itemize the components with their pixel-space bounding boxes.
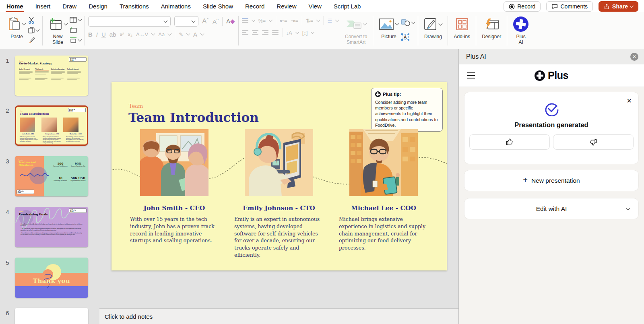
numbering-chevron-icon [269, 18, 273, 22]
john-photo-illustration[interactable] [140, 129, 208, 196]
shapes-button[interactable] [401, 18, 415, 27]
michael-photo-illustration[interactable] [349, 129, 418, 196]
tab-draw[interactable]: Draw [62, 3, 76, 10]
slide-2-thumbnail-selected[interactable]: Team Team Introduction John Smith - CEO … [15, 105, 88, 146]
comments-button[interactable]: Comments [546, 1, 593, 12]
reset-slide-button[interactable] [70, 25, 81, 35]
record-icon [509, 4, 515, 10]
plus-ai-button[interactable]: Plus AI [510, 14, 531, 46]
section-button[interactable] [70, 35, 81, 45]
slide-layout-button[interactable] [70, 15, 81, 25]
emily-photo-illustration[interactable] [245, 129, 313, 196]
copy-button[interactable] [28, 25, 39, 35]
generation-status-card: ✕ Presentation generated [464, 92, 638, 164]
slide-canvas: Team Team Introduction Plus tip: Conside… [99, 49, 458, 308]
increase-font-size-icon[interactable]: Aˆ [202, 17, 209, 25]
slide-4-thumbnail[interactable]: Funding Fundraising Goals ● FoodDrive is… [15, 207, 88, 247]
tab-record[interactable]: Record [245, 3, 264, 10]
member-3-name[interactable]: Michael Lee - COO [337, 204, 430, 212]
columns-button[interactable]: ☰ [327, 18, 332, 24]
designer-button[interactable]: Designer [479, 14, 504, 41]
decrease-indent-icon[interactable]: ⇤≡ [280, 18, 287, 24]
cut-button[interactable] [28, 15, 39, 25]
align-left-button[interactable] [242, 30, 248, 35]
paste-button[interactable]: Paste [6, 14, 28, 41]
addins-button[interactable]: Add-ins [451, 14, 473, 41]
slide-title[interactable]: Team Introduction [128, 110, 259, 125]
slide-1-thumbnail[interactable]: Strategy Go-to-Market Strategy Market Re… [15, 56, 88, 96]
font-color-button[interactable]: A [193, 31, 197, 38]
slide-4-number: 4 [0, 207, 15, 247]
underline-button[interactable]: U [101, 31, 106, 38]
slide-3-thumbnail[interactable]: Traction Traction and Milestones 500 Suc… [15, 156, 88, 196]
comments-button-label: Comments [560, 3, 588, 10]
highlight-color-button[interactable]: ✎ [179, 31, 183, 37]
tab-home[interactable]: Home [6, 3, 23, 10]
text-box-button[interactable]: A [401, 32, 415, 42]
picture-button[interactable]: Picture [376, 14, 401, 41]
dismiss-status-close-icon[interactable]: ✕ [627, 97, 632, 105]
decrease-font-size-icon[interactable]: Aˇ [213, 18, 219, 25]
share-button-label: Share [612, 3, 628, 10]
member-1-name[interactable]: John Smith - CEO [128, 204, 221, 212]
tab-script-lab[interactable]: Script Lab [334, 3, 361, 10]
align-center-button[interactable] [252, 30, 258, 35]
line-spacing-button[interactable]: ⇅≡ [306, 18, 313, 24]
slide-6-thumbnail[interactable] [15, 308, 88, 324]
edit-with-ai-chevron-down-icon [626, 206, 630, 210]
edit-with-ai-button[interactable]: Edit with AI [464, 198, 638, 219]
clear-formatting-icon[interactable]: A◆ [226, 18, 235, 25]
subscript-button[interactable]: x₂ [128, 31, 132, 37]
font-name-select[interactable] [88, 16, 171, 27]
slide-eyebrow-label[interactable]: Team [129, 103, 143, 109]
plus-ai-panel-header: Plus AI ✕ [459, 49, 644, 64]
member-1-bio[interactable]: With over 15 years in the tech industry,… [130, 216, 219, 244]
superscript-button[interactable]: x² [120, 31, 124, 37]
increase-indent-icon[interactable]: ⇥≡ [291, 18, 298, 24]
slide-thumbnail-pane: 1 Strategy Go-to-Market Strategy Market … [0, 49, 99, 324]
tab-view[interactable]: View [309, 3, 322, 10]
picture-label: Picture [381, 34, 396, 40]
share-button[interactable]: Share [599, 1, 638, 12]
character-spacing-button[interactable]: A↔V [136, 31, 148, 37]
current-slide[interactable]: Team Team Introduction Plus tip: Conside… [111, 82, 447, 270]
font-size-select[interactable] [174, 16, 198, 27]
new-slide-button[interactable]: New Slide [46, 14, 70, 46]
thumbs-down-button[interactable] [553, 134, 634, 150]
bullets-button[interactable] [242, 18, 248, 23]
bold-button[interactable]: B [88, 31, 93, 38]
strikethrough-button[interactable]: ab [109, 31, 116, 38]
italic-button[interactable]: I [96, 31, 98, 38]
member-2-bio[interactable]: Emily is an expert in autonomous systems… [234, 216, 324, 259]
align-right-button[interactable] [262, 30, 268, 35]
new-presentation-button[interactable]: + New presentation [464, 170, 638, 191]
change-case-button[interactable]: Aa [158, 31, 165, 37]
plus-tip-label: Plus tip: [383, 92, 401, 97]
tab-review[interactable]: Review [277, 3, 296, 10]
tab-animations[interactable]: Animations [161, 3, 191, 10]
justify-button[interactable] [272, 30, 279, 35]
thumbs-up-button[interactable] [469, 134, 550, 150]
member-2-name[interactable]: Emily Johnson - CTO [233, 204, 325, 212]
tab-insert[interactable]: Insert [35, 3, 51, 10]
convert-to-smartart-button[interactable]: Convert to SmartArt [343, 14, 369, 46]
panel-close-button[interactable]: ✕ [630, 53, 638, 61]
hamburger-menu-icon[interactable] [467, 72, 475, 79]
align-text-vertical-button[interactable]: [↕] [302, 30, 308, 36]
notes-pane[interactable]: Click to add notes [99, 308, 458, 324]
slide-5-thumbnail[interactable]: Thank you [15, 258, 88, 298]
tab-design[interactable]: Design [89, 3, 107, 10]
tab-slide-show[interactable]: Slide Show [203, 3, 233, 10]
tab-transitions[interactable]: Transitions [120, 3, 149, 10]
section-chevron-down-icon [78, 38, 82, 42]
svg-text:A: A [404, 35, 407, 39]
text-box-icon: A [401, 33, 410, 41]
numbering-button[interactable]: ⅔≡ [258, 18, 266, 24]
member-3-bio[interactable]: Michael brings extensive experience in l… [339, 216, 428, 252]
format-painter-button[interactable] [28, 35, 39, 45]
plus-tip-callout[interactable]: Plus tip: Consider adding more team memb… [371, 88, 443, 132]
shapes-icon [401, 19, 411, 26]
record-button[interactable]: Record [504, 1, 541, 12]
drawing-button[interactable]: Drawing [421, 14, 444, 41]
text-direction-button[interactable]: ↓A [286, 30, 292, 36]
